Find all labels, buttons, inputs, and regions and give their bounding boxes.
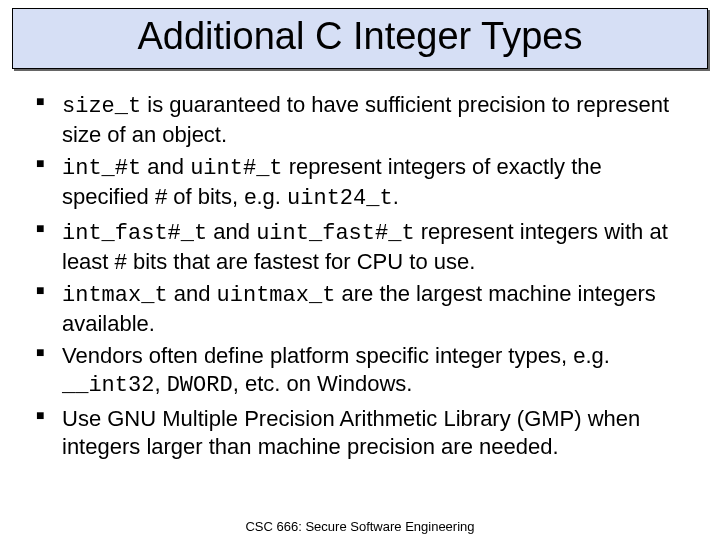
- body-text: is guaranteed to have sufficient precisi…: [62, 92, 669, 147]
- code-text: uint#_t: [190, 156, 282, 181]
- body-text: and: [141, 154, 190, 179]
- code-text: int_#t: [62, 156, 141, 181]
- slide: Additional C Integer Types size_t is gua…: [0, 8, 720, 540]
- body-text: Use GNU Multiple Precision Arithmetic Li…: [62, 406, 640, 459]
- code-text: uint24_t: [287, 186, 393, 211]
- body-text: and: [207, 219, 256, 244]
- bullet-item: int_#t and uint#_t represent integers of…: [34, 153, 686, 213]
- code-text: size_t: [62, 94, 141, 119]
- body-text: , etc. on Windows.: [233, 371, 413, 396]
- slide-title: Additional C Integer Types: [21, 15, 699, 58]
- body-text: Vendors often define platform specific i…: [62, 343, 610, 368]
- code-text: uintmax_t: [217, 283, 336, 308]
- bullet-item: Use GNU Multiple Precision Arithmetic Li…: [34, 405, 686, 461]
- footer-text: CSC 666: Secure Software Engineering: [0, 519, 720, 534]
- body-text: ,: [154, 371, 166, 396]
- bullet-item: intmax_t and uintmax_t are the largest m…: [34, 280, 686, 338]
- bullet-item: size_t is guaranteed to have sufficient …: [34, 91, 686, 149]
- body-text: and: [168, 281, 217, 306]
- bullet-item: Vendors often define platform specific i…: [34, 342, 686, 400]
- code-text: uint_fast#_t: [256, 221, 414, 246]
- code-text: intmax_t: [62, 283, 168, 308]
- bullet-list: size_t is guaranteed to have sufficient …: [34, 91, 686, 461]
- bullet-item: int_fast#_t and uint_fast#_t represent i…: [34, 218, 686, 276]
- title-box: Additional C Integer Types: [12, 8, 708, 69]
- code-text: int_fast#_t: [62, 221, 207, 246]
- code-text: __int32: [62, 373, 154, 398]
- body-text: .: [393, 184, 399, 209]
- code-text: DWORD: [167, 373, 233, 398]
